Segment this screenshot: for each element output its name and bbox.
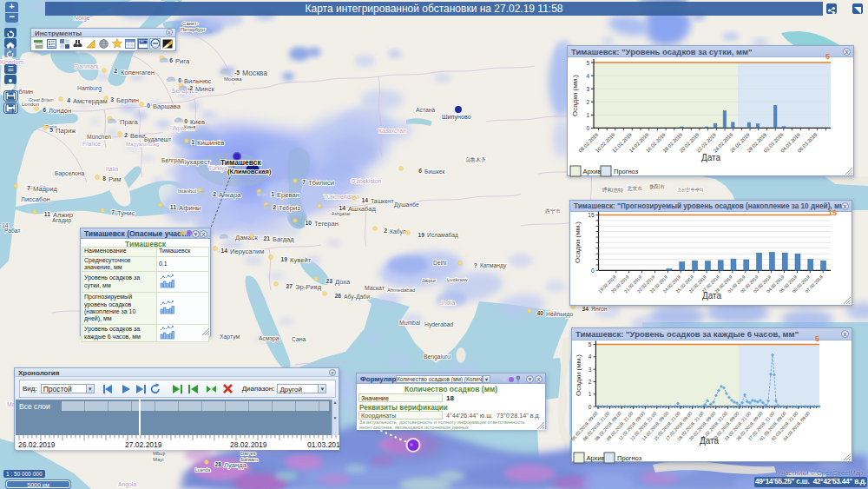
svg-text:Копенгаген: Копенгаген <box>121 69 155 76</box>
svg-text:Ашхабад: Ашхабад <box>348 205 376 213</box>
svg-text:26: 26 <box>334 293 341 299</box>
svg-text:Прогноз: Прогноз <box>614 168 639 175</box>
svg-text:01.03.2019: 01.03.2019 <box>307 440 339 449</box>
svg-text:Рига: Рига <box>175 57 190 65</box>
svg-text:1: 1 <box>589 391 592 397</box>
svg-text:乌鲁木齐: 乌鲁木齐 <box>465 156 486 163</box>
svg-text:27: 27 <box>286 283 293 289</box>
svg-text:London: London <box>22 102 39 107</box>
svg-text:Киев: Киев <box>184 124 195 129</box>
svg-text:28.02.2019: 28.02.2019 <box>230 440 267 449</box>
svg-text:Тегеран: Тегеран <box>314 220 339 228</box>
svg-text:28: 28 <box>214 461 221 467</box>
svg-text:Абу-Даби: Абу-Даби <box>344 294 370 301</box>
svg-text:0: 0 <box>178 77 181 83</box>
svg-text:Агадир: Агадир <box>52 217 71 224</box>
svg-text:Кабул: Кабул <box>390 228 406 235</box>
svg-text:3: 3 <box>586 86 589 92</box>
svg-text:Астана: Астана <box>416 107 436 113</box>
svg-text:Барселона: Барселона <box>55 170 85 177</box>
svg-text:19: 19 <box>280 256 287 262</box>
svg-text:München: München <box>87 134 111 140</box>
svg-text:34: 34 <box>582 306 589 312</box>
svg-text:Санкт-: Санкт- <box>182 21 199 26</box>
svg-text:Луанда: Луанда <box>224 461 247 469</box>
svg-text:Багдад: Багдад <box>273 235 294 243</box>
svg-text:0: 0 <box>589 404 592 410</box>
svg-text:2: 2 <box>124 132 128 138</box>
svg-text:Ahmedabad: Ahmedabad <box>387 287 415 293</box>
svg-text:14: 14 <box>2 222 9 228</box>
svg-text:?: ? <box>474 262 477 268</box>
svg-text:Казахстан: Казахстан <box>378 128 406 134</box>
svg-text:Delhi: Delhi <box>433 260 447 266</box>
svg-text:Осадки (мм.): Осадки (мм.) <box>575 354 582 396</box>
svg-text:Дата: Дата <box>701 153 721 162</box>
svg-text:40: 40 <box>536 310 543 316</box>
svg-text:Катманду: Катманду <box>480 262 507 269</box>
svg-text:6: 6 <box>169 57 173 63</box>
svg-text:5: 5 <box>49 127 53 133</box>
svg-text:Берлин: Берлин <box>116 96 139 104</box>
svg-text:Тунис: Тунис <box>117 209 135 217</box>
svg-text:0: 0 <box>586 125 589 131</box>
svg-text:Варшава: Варшава <box>153 102 181 110</box>
svg-text:1: 1 <box>586 112 589 118</box>
svg-text:Эр-Рияд: Эр-Рияд <box>295 283 322 291</box>
svg-text:2: 2 <box>213 191 216 197</box>
svg-text:Архив: Архив <box>583 168 602 175</box>
svg-text:Бишкек: Бишкек <box>424 169 445 175</box>
svg-text:Янгон: Янгон <box>591 306 608 312</box>
svg-text:Лондон: Лондон <box>49 107 71 115</box>
svg-text:Маскат: Маскат <box>365 285 385 291</box>
svg-text:11: 11 <box>170 204 176 210</box>
svg-text:7: 7 <box>111 209 115 215</box>
svg-text:Danmark: Danmark <box>75 63 99 69</box>
svg-text:21: 21 <box>263 235 270 241</box>
svg-text:4: 4 <box>589 354 592 360</box>
svg-text:(Климовская): (Климовская) <box>227 168 272 175</box>
svg-text:Осадки (мм.): Осадки (мм.) <box>571 75 579 116</box>
svg-text:Осадки (мм.): Осадки (мм.) <box>574 221 582 263</box>
svg-text:Bengaluru: Bengaluru <box>424 354 450 360</box>
svg-text:Мадрид: Мадрид <box>33 185 58 193</box>
svg-text:Прогноз: Прогноз <box>617 454 642 462</box>
svg-text:6: 6 <box>43 107 46 113</box>
svg-text:Lucknow: Lucknow <box>447 277 468 282</box>
svg-text:14: 14 <box>220 248 227 254</box>
svg-text:衡阳市: 衡阳市 <box>649 183 665 190</box>
svg-text:Рабат: Рабат <box>4 228 21 234</box>
svg-text:Иерусалим: Иерусалим <box>230 248 264 255</box>
svg-text:3: 3 <box>110 96 114 102</box>
svg-text:Ташкент: Ташкент <box>371 198 394 204</box>
svg-text:0: 0 <box>591 268 595 274</box>
svg-text:Istanbul: Istanbul <box>178 188 196 194</box>
svg-text:Лиссабон: Лиссабон <box>21 195 50 203</box>
svg-text:2: 2 <box>273 204 276 210</box>
svg-text:Дата: Дата <box>702 291 722 301</box>
svg-text:2: 2 <box>384 228 387 234</box>
svg-text:France: France <box>82 141 101 147</box>
svg-text:Белград: Белград <box>161 157 184 164</box>
svg-text:Асмэра: Асмэра <box>259 335 279 342</box>
svg-text:0: 0 <box>184 118 187 124</box>
svg-text:5: 5 <box>815 334 819 343</box>
svg-text:2: 2 <box>114 68 117 74</box>
svg-text:Шипуново: Шипуново <box>442 113 471 121</box>
svg-text:Афины: Афины <box>179 204 201 212</box>
svg-text:Hyderabad: Hyderabad <box>424 321 453 328</box>
svg-text:Jaipur: Jaipur <box>422 278 436 283</box>
svg-text:Душанбе: Душанбе <box>394 202 419 208</box>
svg-text:6: 6 <box>418 168 422 174</box>
svg-text:11: 11 <box>44 211 50 217</box>
svg-text:Angola: Angola <box>118 481 136 488</box>
svg-text:Norge: Norge <box>74 15 90 22</box>
svg-text:Архив: Архив <box>587 454 605 462</box>
svg-text:0: 0 <box>147 102 150 109</box>
svg-text:2: 2 <box>589 379 592 385</box>
svg-text:Хартум: Хартум <box>220 334 240 340</box>
svg-text:Кишинёв: Кишинёв <box>197 139 224 147</box>
svg-text:Москва: Москва <box>224 76 242 82</box>
svg-text:Нейпьидо: Нейпьидо <box>546 311 573 318</box>
svg-text:14: 14 <box>361 197 368 203</box>
